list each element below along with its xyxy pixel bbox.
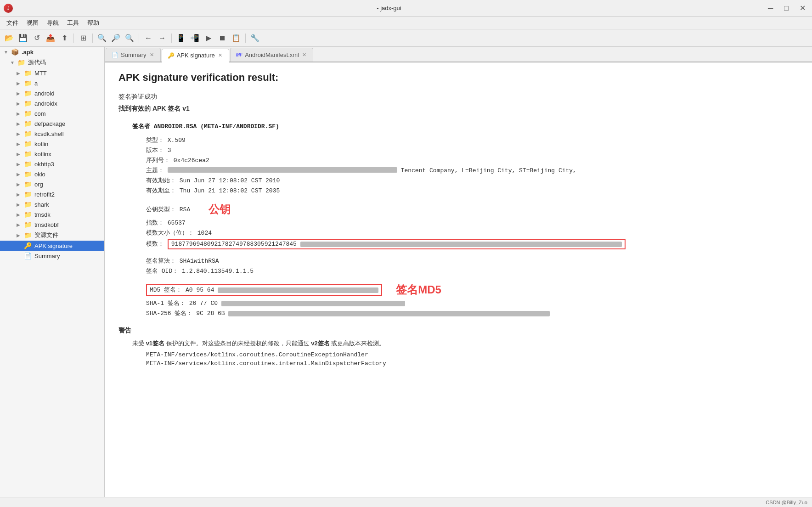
title-bar-left: J — [4, 4, 13, 13]
toolbar-log[interactable]: 📋 — [230, 32, 242, 45]
toolbar-device2[interactable]: 📲 — [188, 32, 201, 45]
sidebar-item-resources[interactable]: ▶ 📁 资源文件 — [0, 230, 104, 241]
found-sig: 找到有效的 APK 签名 v1 — [118, 105, 798, 113]
sidebar-item-kotlin[interactable]: ▶ 📁 kotlin — [0, 139, 104, 149]
apksig-tab-close[interactable]: ✕ — [217, 52, 223, 59]
toolbar-search[interactable]: 🔍 — [96, 32, 108, 45]
toolbar-separator-5 — [245, 34, 246, 43]
cert-subject-label: 主题： — [146, 167, 164, 174]
okio-folder-icon: 📁 — [24, 170, 32, 178]
cert-sigoid-row: 签名 OID： 1.2.840.113549.1.1.5 — [146, 267, 798, 275]
okio-arrow-icon: ▶ — [17, 172, 21, 177]
cert-exponent-row: 指数： 65537 — [146, 219, 798, 227]
toolbar-stop[interactable]: ⏹ — [216, 32, 229, 45]
cert-exponent-label: 指数： — [146, 220, 164, 226]
sidebar-item-sourcecode[interactable]: ▼ 📁 源代码 — [0, 57, 104, 68]
androidx-arrow-icon: ▶ — [17, 101, 21, 106]
toolbar-export2[interactable]: ⬆ — [58, 32, 71, 45]
kotlin-label: kotlin — [34, 141, 48, 147]
sidebar-item-androidx[interactable]: ▶ 📁 androidx — [0, 98, 104, 108]
toolbar-forward[interactable]: → — [156, 32, 169, 45]
warning-file-1: META-INF/services/kotlinx.coroutines.Cor… — [146, 351, 798, 358]
sidebar-item-android[interactable]: ▶ 📁 android — [0, 88, 104, 98]
a-label: a — [34, 80, 38, 87]
sidebar-item-shark[interactable]: ▶ 📁 shark — [0, 199, 104, 209]
sidebar-item-tmsdkobf[interactable]: ▶ 📁 tmsdkobf — [0, 220, 104, 230]
sidebar-item-tmsdk[interactable]: ▶ 📁 tmsdk — [0, 209, 104, 220]
toolbar-export[interactable]: 📤 — [44, 32, 57, 45]
maximize-button[interactable]: □ — [781, 3, 791, 13]
sidebar-item-okio[interactable]: ▶ 📁 okio — [0, 169, 104, 179]
sidebar-item-com[interactable]: ▶ 📁 com — [0, 108, 104, 118]
toolbar-run[interactable]: ▶ — [202, 32, 215, 45]
cert-pubkey-type-row: 公钥类型： RSA 公钥 — [146, 202, 798, 217]
kcsdk-folder-icon: 📁 — [24, 130, 32, 137]
sourcecode-label: 源代码 — [28, 58, 46, 67]
menu-help[interactable]: 帮助 — [84, 18, 103, 28]
summary-tab-close[interactable]: ✕ — [149, 51, 155, 58]
sidebar-item-apksig[interactable]: 🔑 APK signature — [0, 241, 104, 251]
summary-file-icon: 📄 — [24, 252, 32, 259]
sidebar-item-retrofit2[interactable]: ▶ 📁 retrofit2 — [0, 189, 104, 199]
toolbar-back[interactable]: ← — [142, 32, 155, 45]
mtt-label: MTT — [34, 70, 47, 77]
sidebar-item-org[interactable]: ▶ 📁 org — [0, 179, 104, 189]
org-arrow-icon: ▶ — [17, 182, 21, 187]
toolbar-save[interactable]: 💾 — [17, 32, 29, 45]
defpackage-folder-icon: 📁 — [24, 120, 32, 127]
a-arrow-icon: ▶ — [17, 81, 21, 86]
minimize-button[interactable]: ─ — [765, 3, 776, 13]
sidebar-item-summary[interactable]: 📄 Summary — [0, 251, 104, 261]
menu-tools[interactable]: 工具 — [63, 18, 83, 28]
cert-subject-tencent: Tencent Company, L=Beijing City, ST=Beij… — [401, 167, 576, 174]
sidebar-item-defpackage[interactable]: ▶ 📁 defpackage — [0, 118, 104, 129]
tmsdk-label: tmsdk — [34, 211, 51, 218]
toolbar-separator-2 — [92, 34, 93, 43]
page-title: APK signature verification result: — [118, 72, 798, 84]
menu-view[interactable]: 视图 — [23, 18, 42, 28]
a-folder-icon: 📁 — [24, 79, 32, 87]
cert-pubkeytype-value: RSA — [180, 206, 190, 213]
cert-version-value: 3 — [168, 147, 171, 154]
toolbar-layout[interactable]: ⊞ — [77, 32, 90, 45]
sidebar-item-okhttp3[interactable]: ▶ 📁 okhttp3 — [0, 159, 104, 169]
cert-modsize-value: 1024 — [197, 230, 212, 237]
tab-apksig[interactable]: 🔑 APK signature ✕ — [162, 49, 229, 62]
sidebar-item-apk[interactable]: ▼ 📦 .apk — [0, 47, 104, 57]
manifest-tab-close[interactable]: ✕ — [301, 51, 307, 58]
md5-annotation: 签名MD5 — [396, 282, 441, 297]
androidx-label: androidx — [34, 100, 57, 107]
window-title: - jadx-gui — [377, 5, 401, 11]
toolbar-settings[interactable]: 🔧 — [248, 32, 261, 45]
toolbar-open[interactable]: 📂 — [3, 32, 16, 45]
apksig-label: APK signature — [34, 242, 73, 249]
content-area: 📄 Summary ✕ 🔑 APK signature ✕ MF Android… — [105, 47, 812, 497]
tab-summary[interactable]: 📄 Summary ✕ — [106, 48, 161, 62]
toolbar-search3[interactable]: 🔍 — [123, 32, 136, 45]
sidebar-item-kcsdk[interactable]: ▶ 📁 kcsdk.shell — [0, 129, 104, 139]
menu-file[interactable]: 文件 — [3, 18, 22, 28]
sidebar-item-kotlinx[interactable]: ▶ 📁 kotlinx — [0, 149, 104, 159]
toolbar-device[interactable]: 📱 — [175, 32, 187, 45]
cert-pubkeytype-text: 公钥类型： RSA — [146, 205, 190, 214]
menu-bar: 文件 视图 导航 工具 帮助 — [0, 17, 812, 29]
sha256-value: 9C 28 6B — [196, 310, 225, 317]
signer-block: 签名者 ANDROIDR.RSA (META-INF/ANDROIDR.SF) … — [132, 122, 798, 317]
tab-manifest[interactable]: MF AndroidManifest.xml ✕ — [230, 48, 313, 62]
sidebar-item-a[interactable]: ▶ 📁 a — [0, 78, 104, 88]
cert-exponent-value: 65537 — [168, 220, 186, 226]
summary-label: Summary — [34, 253, 60, 259]
modulus-blurred — [300, 242, 622, 247]
toolbar-reload[interactable]: ↺ — [30, 32, 43, 45]
close-button[interactable]: ✕ — [797, 3, 808, 13]
toolbar-search2[interactable]: 🔎 — [109, 32, 122, 45]
tmsdk-arrow-icon: ▶ — [17, 212, 21, 217]
app-icon: J — [4, 4, 13, 13]
cert-serial-row: 序列号： 0x4c26cea2 — [146, 156, 798, 164]
cert-version-label: 版本： — [146, 147, 164, 154]
cert-validfrom-row: 有效期始： Sun Jun 27 12:08:02 CST 2010 — [146, 176, 798, 185]
cert-sigoid-label: 签名 OID： — [146, 268, 178, 275]
sidebar-item-MTT[interactable]: ▶ 📁 MTT — [0, 68, 104, 78]
menu-navigate[interactable]: 导航 — [43, 18, 62, 28]
toolbar-separator-3 — [139, 34, 139, 43]
